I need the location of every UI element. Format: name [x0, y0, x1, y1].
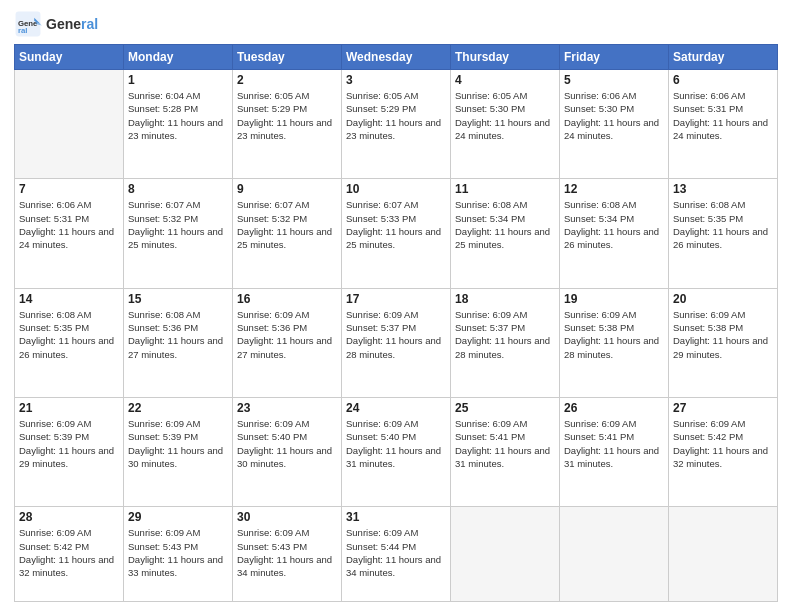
day-number: 14 — [19, 292, 119, 306]
weekday-header-thursday: Thursday — [451, 45, 560, 70]
weekday-header-saturday: Saturday — [669, 45, 778, 70]
calendar-day-cell: 31Sunrise: 6:09 AMSunset: 5:44 PMDayligh… — [342, 507, 451, 602]
header: Gene ral General — [14, 10, 778, 38]
day-number: 16 — [237, 292, 337, 306]
day-number: 7 — [19, 182, 119, 196]
calendar-day-cell — [560, 507, 669, 602]
calendar-week-row: 21Sunrise: 6:09 AMSunset: 5:39 PMDayligh… — [15, 397, 778, 506]
calendar-day-cell: 17Sunrise: 6:09 AMSunset: 5:37 PMDayligh… — [342, 288, 451, 397]
calendar-day-cell: 18Sunrise: 6:09 AMSunset: 5:37 PMDayligh… — [451, 288, 560, 397]
day-number: 30 — [237, 510, 337, 524]
day-number: 2 — [237, 73, 337, 87]
calendar-day-cell — [15, 70, 124, 179]
day-number: 24 — [346, 401, 446, 415]
day-number: 26 — [564, 401, 664, 415]
day-number: 12 — [564, 182, 664, 196]
calendar-day-cell: 11Sunrise: 6:08 AMSunset: 5:34 PMDayligh… — [451, 179, 560, 288]
day-number: 4 — [455, 73, 555, 87]
calendar-day-cell: 22Sunrise: 6:09 AMSunset: 5:39 PMDayligh… — [124, 397, 233, 506]
day-number: 23 — [237, 401, 337, 415]
day-info: Sunrise: 6:06 AMSunset: 5:30 PMDaylight:… — [564, 89, 664, 142]
calendar-day-cell: 4Sunrise: 6:05 AMSunset: 5:30 PMDaylight… — [451, 70, 560, 179]
day-number: 18 — [455, 292, 555, 306]
svg-text:ral: ral — [18, 26, 28, 35]
day-number: 6 — [673, 73, 773, 87]
day-number: 27 — [673, 401, 773, 415]
calendar-day-cell: 23Sunrise: 6:09 AMSunset: 5:40 PMDayligh… — [233, 397, 342, 506]
day-number: 22 — [128, 401, 228, 415]
day-info: Sunrise: 6:05 AMSunset: 5:30 PMDaylight:… — [455, 89, 555, 142]
day-info: Sunrise: 6:05 AMSunset: 5:29 PMDaylight:… — [346, 89, 446, 142]
day-number: 19 — [564, 292, 664, 306]
weekday-header-friday: Friday — [560, 45, 669, 70]
day-info: Sunrise: 6:09 AMSunset: 5:38 PMDaylight:… — [564, 308, 664, 361]
day-info: Sunrise: 6:09 AMSunset: 5:44 PMDaylight:… — [346, 526, 446, 579]
day-number: 9 — [237, 182, 337, 196]
calendar-day-cell: 14Sunrise: 6:08 AMSunset: 5:35 PMDayligh… — [15, 288, 124, 397]
day-number: 29 — [128, 510, 228, 524]
day-number: 15 — [128, 292, 228, 306]
day-info: Sunrise: 6:09 AMSunset: 5:43 PMDaylight:… — [128, 526, 228, 579]
day-number: 11 — [455, 182, 555, 196]
calendar-day-cell: 7Sunrise: 6:06 AMSunset: 5:31 PMDaylight… — [15, 179, 124, 288]
calendar-day-cell: 29Sunrise: 6:09 AMSunset: 5:43 PMDayligh… — [124, 507, 233, 602]
day-info: Sunrise: 6:09 AMSunset: 5:42 PMDaylight:… — [673, 417, 773, 470]
weekday-header-sunday: Sunday — [15, 45, 124, 70]
day-number: 25 — [455, 401, 555, 415]
calendar-day-cell: 9Sunrise: 6:07 AMSunset: 5:32 PMDaylight… — [233, 179, 342, 288]
day-info: Sunrise: 6:08 AMSunset: 5:36 PMDaylight:… — [128, 308, 228, 361]
logo: Gene ral General — [14, 10, 98, 38]
day-number: 20 — [673, 292, 773, 306]
day-info: Sunrise: 6:08 AMSunset: 5:35 PMDaylight:… — [673, 198, 773, 251]
day-info: Sunrise: 6:09 AMSunset: 5:40 PMDaylight:… — [237, 417, 337, 470]
day-info: Sunrise: 6:08 AMSunset: 5:34 PMDaylight:… — [455, 198, 555, 251]
day-info: Sunrise: 6:06 AMSunset: 5:31 PMDaylight:… — [19, 198, 119, 251]
calendar-day-cell: 21Sunrise: 6:09 AMSunset: 5:39 PMDayligh… — [15, 397, 124, 506]
day-info: Sunrise: 6:09 AMSunset: 5:42 PMDaylight:… — [19, 526, 119, 579]
calendar-week-row: 28Sunrise: 6:09 AMSunset: 5:42 PMDayligh… — [15, 507, 778, 602]
calendar-day-cell: 13Sunrise: 6:08 AMSunset: 5:35 PMDayligh… — [669, 179, 778, 288]
day-info: Sunrise: 6:08 AMSunset: 5:35 PMDaylight:… — [19, 308, 119, 361]
calendar-table: SundayMondayTuesdayWednesdayThursdayFrid… — [14, 44, 778, 602]
calendar-day-cell: 2Sunrise: 6:05 AMSunset: 5:29 PMDaylight… — [233, 70, 342, 179]
calendar-day-cell: 1Sunrise: 6:04 AMSunset: 5:28 PMDaylight… — [124, 70, 233, 179]
day-info: Sunrise: 6:06 AMSunset: 5:31 PMDaylight:… — [673, 89, 773, 142]
calendar-day-cell: 16Sunrise: 6:09 AMSunset: 5:36 PMDayligh… — [233, 288, 342, 397]
calendar-day-cell: 3Sunrise: 6:05 AMSunset: 5:29 PMDaylight… — [342, 70, 451, 179]
weekday-header-row: SundayMondayTuesdayWednesdayThursdayFrid… — [15, 45, 778, 70]
calendar-day-cell: 28Sunrise: 6:09 AMSunset: 5:42 PMDayligh… — [15, 507, 124, 602]
day-info: Sunrise: 6:09 AMSunset: 5:38 PMDaylight:… — [673, 308, 773, 361]
day-info: Sunrise: 6:09 AMSunset: 5:37 PMDaylight:… — [455, 308, 555, 361]
calendar-day-cell: 24Sunrise: 6:09 AMSunset: 5:40 PMDayligh… — [342, 397, 451, 506]
calendar-day-cell — [451, 507, 560, 602]
day-info: Sunrise: 6:09 AMSunset: 5:37 PMDaylight:… — [346, 308, 446, 361]
weekday-header-wednesday: Wednesday — [342, 45, 451, 70]
day-number: 31 — [346, 510, 446, 524]
day-number: 5 — [564, 73, 664, 87]
day-info: Sunrise: 6:09 AMSunset: 5:43 PMDaylight:… — [237, 526, 337, 579]
calendar-day-cell: 10Sunrise: 6:07 AMSunset: 5:33 PMDayligh… — [342, 179, 451, 288]
calendar-day-cell: 20Sunrise: 6:09 AMSunset: 5:38 PMDayligh… — [669, 288, 778, 397]
day-number: 17 — [346, 292, 446, 306]
day-number: 21 — [19, 401, 119, 415]
calendar-week-row: 7Sunrise: 6:06 AMSunset: 5:31 PMDaylight… — [15, 179, 778, 288]
calendar-day-cell: 5Sunrise: 6:06 AMSunset: 5:30 PMDaylight… — [560, 70, 669, 179]
calendar-day-cell: 26Sunrise: 6:09 AMSunset: 5:41 PMDayligh… — [560, 397, 669, 506]
day-info: Sunrise: 6:09 AMSunset: 5:36 PMDaylight:… — [237, 308, 337, 361]
weekday-header-monday: Monday — [124, 45, 233, 70]
calendar-week-row: 14Sunrise: 6:08 AMSunset: 5:35 PMDayligh… — [15, 288, 778, 397]
calendar-day-cell — [669, 507, 778, 602]
calendar-day-cell: 27Sunrise: 6:09 AMSunset: 5:42 PMDayligh… — [669, 397, 778, 506]
calendar-day-cell: 6Sunrise: 6:06 AMSunset: 5:31 PMDaylight… — [669, 70, 778, 179]
day-number: 28 — [19, 510, 119, 524]
day-info: Sunrise: 6:05 AMSunset: 5:29 PMDaylight:… — [237, 89, 337, 142]
calendar-day-cell: 25Sunrise: 6:09 AMSunset: 5:41 PMDayligh… — [451, 397, 560, 506]
day-info: Sunrise: 6:07 AMSunset: 5:32 PMDaylight:… — [237, 198, 337, 251]
day-info: Sunrise: 6:09 AMSunset: 5:40 PMDaylight:… — [346, 417, 446, 470]
logo-icon: Gene ral — [14, 10, 42, 38]
day-info: Sunrise: 6:09 AMSunset: 5:39 PMDaylight:… — [19, 417, 119, 470]
calendar-week-row: 1Sunrise: 6:04 AMSunset: 5:28 PMDaylight… — [15, 70, 778, 179]
day-number: 3 — [346, 73, 446, 87]
calendar-day-cell: 12Sunrise: 6:08 AMSunset: 5:34 PMDayligh… — [560, 179, 669, 288]
day-info: Sunrise: 6:09 AMSunset: 5:39 PMDaylight:… — [128, 417, 228, 470]
